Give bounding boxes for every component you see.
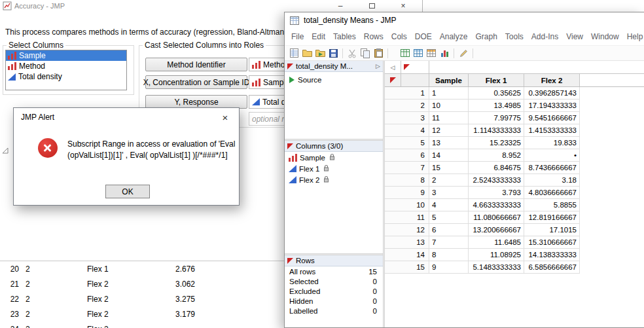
cell-flex1[interactable]: 5.1483333333	[469, 261, 524, 274]
column-header-flex2[interactable]: Flex 2	[524, 74, 580, 86]
cell-method[interactable]: Flex 2	[79, 325, 152, 328]
list-item-method[interactable]: Method	[6, 61, 126, 71]
row-number[interactable]: 9	[385, 187, 429, 199]
row-number[interactable]: 22	[0, 295, 21, 304]
cell-flex2[interactable]: 12.819166667	[524, 211, 580, 224]
cell-sample[interactable]: 2	[21, 280, 79, 289]
row-number[interactable]: 24	[0, 325, 21, 328]
cell-sample[interactable]: 1	[429, 87, 469, 100]
cell-sample[interactable]: 3	[429, 187, 469, 199]
row-number[interactable]: 2	[385, 100, 429, 112]
y-response-button[interactable]: Y, Response	[145, 95, 247, 109]
layout-table-icon[interactable]	[412, 47, 424, 59]
journal-icon[interactable]	[399, 47, 411, 59]
copy-icon[interactable]	[359, 47, 371, 59]
source-script-item[interactable]: Source	[285, 72, 383, 84]
cell-method[interactable]: Flex 1	[79, 264, 152, 274]
cell-sample[interactable]: 9	[429, 261, 469, 274]
cell-sample[interactable]: 14	[429, 149, 469, 162]
minimize-button[interactable]: –	[325, 0, 356, 12]
row-number[interactable]: 23	[0, 310, 21, 319]
cell-flex2[interactable]: 15.310666667	[524, 236, 580, 249]
stat-label[interactable]: Excluded	[289, 287, 320, 295]
stat-label[interactable]: Labelled	[289, 307, 317, 315]
row-number[interactable]: 5	[385, 137, 429, 149]
menu-item[interactable]: DOE	[411, 32, 436, 41]
cell-flex1[interactable]: 11.6485	[469, 236, 524, 249]
cell-flex2[interactable]: 17.1015	[524, 224, 580, 236]
cell-flex1[interactable]: 2.5243333333	[469, 174, 524, 187]
menu-item[interactable]: Edit	[308, 32, 329, 41]
menu-item[interactable]: Tools	[501, 32, 528, 41]
cell-flex1[interactable]: 7.99775	[469, 112, 524, 124]
cell-flex1[interactable]: 8.952	[469, 149, 524, 162]
cell-sample[interactable]: 4	[429, 199, 469, 211]
cell-value[interactable]: 3.062	[152, 280, 195, 289]
menu-item[interactable]: Help	[623, 32, 644, 41]
row-number[interactable]: 1	[385, 87, 429, 100]
import-folder-icon[interactable]	[314, 47, 326, 59]
row-number[interactable]: 3	[385, 112, 429, 124]
cell-flex2[interactable]: 6.5856666667	[524, 261, 580, 274]
row-number[interactable]: 20	[0, 264, 21, 274]
cell-sample[interactable]: 11	[429, 112, 469, 124]
row-number[interactable]: 4	[385, 124, 429, 137]
cell-value[interactable]: 3.179	[152, 310, 195, 319]
cell-sample[interactable]: 10	[429, 100, 469, 112]
cell-flex1[interactable]: 6.84675	[469, 162, 524, 174]
edit-pencil-icon[interactable]	[457, 47, 469, 59]
cell-flex2[interactable]: 4.8036666667	[524, 187, 580, 199]
red-triangle-menu-icon[interactable]	[287, 258, 293, 264]
menu-item[interactable]: Window	[587, 32, 623, 41]
stat-label[interactable]: All rows	[289, 268, 315, 276]
cell-sample[interactable]: 2	[21, 325, 79, 328]
cell-flex1[interactable]: 1.1143333333	[469, 124, 524, 137]
cell-flex2[interactable]: 9.5451666667	[524, 112, 580, 124]
cell-flex1[interactable]: 13.4985	[469, 100, 524, 112]
cell-flex1[interactable]: 11.080666667	[469, 211, 524, 224]
save-icon[interactable]	[327, 47, 339, 59]
menu-item[interactable]: Tables	[329, 32, 360, 41]
cell-method[interactable]: Flex 2	[79, 295, 152, 304]
column-header-flex1[interactable]: Flex 1	[469, 74, 524, 86]
method-identifier-button[interactable]: Method Identifier	[145, 58, 247, 71]
cell-sample[interactable]: 15	[429, 162, 469, 174]
row-number[interactable]: 8	[385, 174, 429, 187]
row-number[interactable]: 15	[385, 261, 429, 274]
collapse-panel-icon[interactable]: ▷	[376, 63, 380, 69]
cell-method[interactable]: Flex 2	[79, 310, 152, 319]
cell-sample[interactable]: 2	[21, 310, 79, 319]
cell-sample[interactable]: 13	[429, 137, 469, 149]
close-button[interactable]: ×	[387, 0, 419, 12]
cell-flex2[interactable]: 0.3962857143	[524, 87, 580, 100]
menu-item[interactable]: Cols	[387, 32, 411, 41]
list-item-total-density[interactable]: Total density	[6, 71, 126, 82]
cell-sample[interactable]: 6	[429, 224, 469, 236]
cell-flex2[interactable]: 3.18	[524, 174, 580, 187]
cell-flex2[interactable]: 14.138333333	[524, 249, 580, 261]
list-item-sample[interactable]: Sample	[6, 50, 126, 61]
cell-method[interactable]: Flex 2	[79, 280, 152, 289]
cell-sample[interactable]: 2	[21, 295, 79, 304]
cell-sample[interactable]: 5	[429, 211, 469, 224]
open-folder-icon[interactable]	[301, 47, 313, 59]
cut-icon[interactable]	[346, 47, 358, 59]
stat-label[interactable]: Hidden	[289, 297, 313, 305]
row-number[interactable]: 13	[385, 236, 429, 249]
column-item-sample[interactable]: Sample	[285, 152, 383, 163]
maximize-button[interactable]	[356, 0, 387, 12]
rows-menu-cell[interactable]	[385, 74, 401, 86]
paste-icon[interactable]	[372, 47, 384, 59]
row-number[interactable]: 21	[0, 280, 21, 289]
cell-flex1[interactable]: 11.08925	[469, 249, 524, 261]
row-number-header[interactable]	[401, 74, 429, 86]
column-item-flex2[interactable]: Flex 2	[285, 174, 383, 185]
row-number[interactable]: 10	[385, 199, 429, 211]
red-triangle-menu-icon[interactable]	[390, 77, 396, 83]
x-concentration-button[interactable]: X, Concentration or Sample ID	[145, 75, 247, 89]
table-menu-cell[interactable]	[401, 61, 429, 73]
cell-flex1[interactable]: 15.23325	[469, 137, 524, 149]
cell-flex1[interactable]: 13.200666667	[469, 224, 524, 236]
ok-button[interactable]: OK	[105, 185, 150, 198]
row-number[interactable]: 12	[385, 224, 429, 236]
